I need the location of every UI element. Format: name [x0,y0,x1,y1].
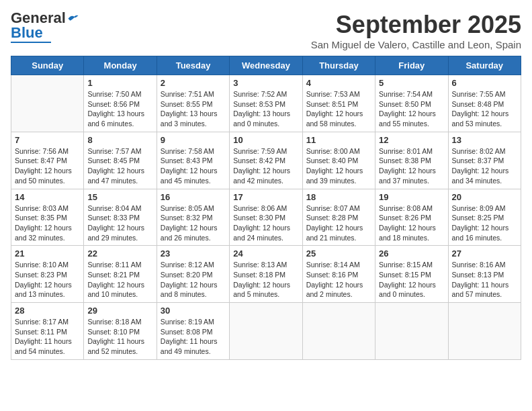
day-info: Sunrise: 8:03 AMSunset: 8:35 PMDaylight:… [15,203,80,243]
day-number: 10 [233,135,298,145]
weekday-header-thursday: Thursday [302,56,375,75]
weekday-header-monday: Monday [84,56,157,75]
day-number: 25 [306,248,371,259]
calendar-cell: 11Sunrise: 8:00 AMSunset: 8:40 PMDayligh… [302,132,375,189]
calendar-cell: 7Sunrise: 7:56 AMSunset: 8:47 PMDaylight… [11,132,84,189]
day-info: Sunrise: 7:50 AMSunset: 8:56 PMDaylight:… [87,89,152,129]
day-number: 15 [87,192,152,202]
calendar-cell: 30Sunrise: 8:19 AMSunset: 8:08 PMDayligh… [157,303,229,360]
calendar-cell: 16Sunrise: 8:05 AMSunset: 8:32 PMDayligh… [157,189,229,246]
calendar-cell: 14Sunrise: 8:03 AMSunset: 8:35 PMDayligh… [11,189,84,246]
day-number: 29 [87,306,152,316]
calendar-cell: 8Sunrise: 7:57 AMSunset: 8:45 PMDaylight… [84,132,157,189]
calendar-cell: 20Sunrise: 8:09 AMSunset: 8:25 PMDayligh… [448,189,521,246]
day-info: Sunrise: 7:56 AMSunset: 8:47 PMDaylight:… [15,146,80,186]
calendar-cell [230,303,302,360]
day-info: Sunrise: 8:06 AMSunset: 8:30 PMDaylight:… [233,203,298,243]
calendar-cell: 3Sunrise: 7:52 AMSunset: 8:53 PMDaylight… [230,75,302,132]
day-number: 7 [15,135,80,145]
day-info: Sunrise: 8:01 AMSunset: 8:38 PMDaylight:… [379,146,444,186]
calendar-cell: 27Sunrise: 8:16 AMSunset: 8:13 PMDayligh… [448,246,521,303]
day-info: Sunrise: 8:00 AMSunset: 8:40 PMDaylight:… [306,146,371,186]
calendar-cell [448,303,521,360]
day-info: Sunrise: 7:54 AMSunset: 8:50 PMDaylight:… [379,89,444,129]
day-number: 5 [379,78,444,88]
day-info: Sunrise: 8:10 AMSunset: 8:23 PMDaylight:… [15,260,80,300]
calendar-week-row: 1Sunrise: 7:50 AMSunset: 8:56 PMDaylight… [11,75,521,132]
day-info: Sunrise: 7:59 AMSunset: 8:42 PMDaylight:… [233,146,298,186]
calendar-cell: 21Sunrise: 8:10 AMSunset: 8:23 PMDayligh… [11,246,84,303]
logo-bird-icon [67,13,79,23]
weekday-header-wednesday: Wednesday [230,56,302,75]
day-number: 20 [452,192,517,202]
day-number: 27 [452,248,517,259]
day-info: Sunrise: 8:16 AMSunset: 8:13 PMDaylight:… [452,260,517,300]
calendar-table: SundayMondayTuesdayWednesdayThursdayFrid… [11,56,521,360]
calendar-cell: 29Sunrise: 8:18 AMSunset: 8:10 PMDayligh… [84,303,157,360]
weekday-header-saturday: Saturday [448,56,521,75]
day-info: Sunrise: 8:04 AMSunset: 8:33 PMDaylight:… [87,203,152,243]
day-number: 8 [87,135,152,145]
day-number: 16 [161,192,226,202]
day-number: 17 [233,192,298,202]
calendar-cell: 5Sunrise: 7:54 AMSunset: 8:50 PMDaylight… [375,75,448,132]
day-number: 1 [87,78,152,88]
day-number: 12 [379,135,444,145]
calendar-cell: 24Sunrise: 8:13 AMSunset: 8:18 PMDayligh… [230,246,302,303]
day-info: Sunrise: 7:55 AMSunset: 8:48 PMDaylight:… [452,89,517,129]
title-area: September 2025 San Miguel de Valero, Cas… [311,11,521,50]
weekday-header-friday: Friday [375,56,448,75]
calendar-cell: 13Sunrise: 8:02 AMSunset: 8:37 PMDayligh… [448,132,521,189]
day-info: Sunrise: 7:58 AMSunset: 8:43 PMDaylight:… [161,146,226,186]
day-info: Sunrise: 8:13 AMSunset: 8:18 PMDaylight:… [233,260,298,300]
day-info: Sunrise: 8:11 AMSunset: 8:21 PMDaylight:… [87,260,152,300]
calendar-cell: 9Sunrise: 7:58 AMSunset: 8:43 PMDaylight… [157,132,229,189]
calendar-cell: 1Sunrise: 7:50 AMSunset: 8:56 PMDaylight… [84,75,157,132]
calendar-cell [11,75,84,132]
calendar-cell: 22Sunrise: 8:11 AMSunset: 8:21 PMDayligh… [84,246,157,303]
day-number: 19 [379,192,444,202]
calendar-week-row: 7Sunrise: 7:56 AMSunset: 8:47 PMDaylight… [11,132,521,189]
day-info: Sunrise: 8:19 AMSunset: 8:08 PMDaylight:… [161,317,226,357]
day-info: Sunrise: 7:51 AMSunset: 8:55 PMDaylight:… [161,89,226,129]
day-info: Sunrise: 8:07 AMSunset: 8:28 PMDaylight:… [306,203,371,243]
day-number: 22 [87,248,152,259]
day-number: 3 [233,78,298,88]
page-header: General Blue September 2025 San Miguel d… [11,11,521,50]
day-number: 26 [379,248,444,259]
logo-general: General [11,11,66,26]
weekday-header-sunday: Sunday [11,56,84,75]
day-number: 4 [306,78,371,88]
calendar-cell: 18Sunrise: 8:07 AMSunset: 8:28 PMDayligh… [302,189,375,246]
weekday-header-tuesday: Tuesday [157,56,229,75]
day-number: 2 [161,78,226,88]
day-number: 6 [452,78,517,88]
day-info: Sunrise: 7:53 AMSunset: 8:51 PMDaylight:… [306,89,371,129]
day-info: Sunrise: 8:14 AMSunset: 8:16 PMDaylight:… [306,260,371,300]
day-number: 13 [452,135,517,145]
day-number: 18 [306,192,371,202]
logo-underline [11,42,51,43]
location-subtitle: San Miguel de Valero, Castille and Leon,… [311,39,521,50]
calendar-cell: 23Sunrise: 8:12 AMSunset: 8:20 PMDayligh… [157,246,229,303]
day-info: Sunrise: 8:05 AMSunset: 8:32 PMDaylight:… [161,203,226,243]
day-info: Sunrise: 8:09 AMSunset: 8:25 PMDaylight:… [452,203,517,243]
day-number: 30 [161,306,226,316]
day-info: Sunrise: 7:52 AMSunset: 8:53 PMDaylight:… [233,89,298,129]
day-number: 11 [306,135,371,145]
day-number: 23 [161,248,226,259]
calendar-cell: 12Sunrise: 8:01 AMSunset: 8:38 PMDayligh… [375,132,448,189]
day-info: Sunrise: 8:02 AMSunset: 8:37 PMDaylight:… [452,146,517,186]
day-number: 28 [15,306,80,316]
logo-blue: Blue [11,26,43,40]
calendar-cell [375,303,448,360]
calendar-cell: 2Sunrise: 7:51 AMSunset: 8:55 PMDaylight… [157,75,229,132]
calendar-week-row: 14Sunrise: 8:03 AMSunset: 8:35 PMDayligh… [11,189,521,246]
day-number: 9 [161,135,226,145]
calendar-cell [302,303,375,360]
calendar-cell: 10Sunrise: 7:59 AMSunset: 8:42 PMDayligh… [230,132,302,189]
calendar-cell: 17Sunrise: 8:06 AMSunset: 8:30 PMDayligh… [230,189,302,246]
month-title: September 2025 [311,11,521,39]
day-number: 24 [233,248,298,259]
day-info: Sunrise: 8:12 AMSunset: 8:20 PMDaylight:… [161,260,226,300]
